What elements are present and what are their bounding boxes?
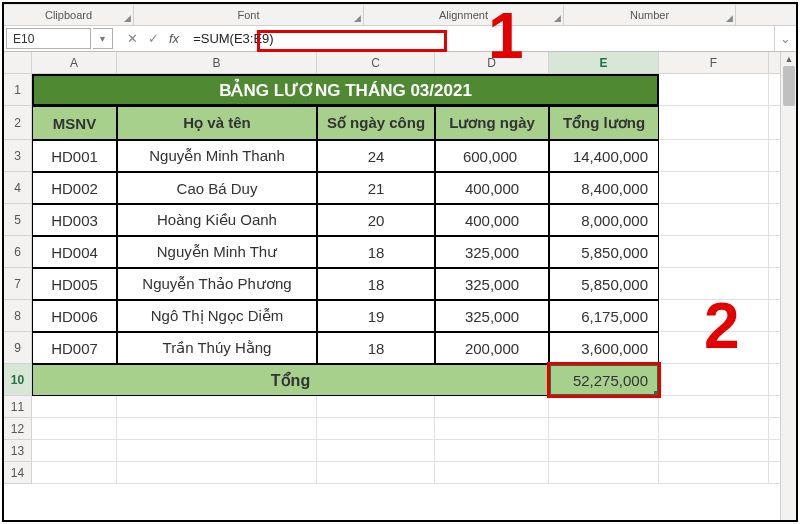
header-msnv[interactable]: MSNV <box>32 106 117 140</box>
cell-msnv[interactable]: HD006 <box>32 300 117 332</box>
cell[interactable] <box>32 418 117 440</box>
cell[interactable] <box>659 172 769 204</box>
cell-days[interactable]: 24 <box>317 140 435 172</box>
cell[interactable] <box>659 268 769 300</box>
name-box[interactable]: E10 <box>6 28 91 49</box>
cell-name[interactable]: Nguyễn Minh Thư <box>117 236 317 268</box>
cell[interactable] <box>117 462 317 484</box>
header-daily[interactable]: Lương ngày <box>435 106 549 140</box>
row-header-10[interactable]: 10 <box>4 364 32 396</box>
cell[interactable] <box>117 440 317 462</box>
cell-name[interactable]: Nguyễn Minh Thanh <box>117 140 317 172</box>
cell[interactable] <box>659 300 769 332</box>
cell-name[interactable]: Trần Thúy Hằng <box>117 332 317 364</box>
cell-total[interactable]: 6,175,000 <box>549 300 659 332</box>
row-header-8[interactable]: 8 <box>4 300 32 332</box>
cell-name[interactable]: Cao Bá Duy <box>117 172 317 204</box>
col-header-F[interactable]: F <box>659 52 769 74</box>
cell-days[interactable]: 20 <box>317 204 435 236</box>
cell-msnv[interactable]: HD005 <box>32 268 117 300</box>
cell-days[interactable]: 19 <box>317 300 435 332</box>
cell[interactable] <box>32 396 117 418</box>
insert-function-button[interactable]: fx <box>169 31 179 46</box>
dialog-launcher-icon[interactable]: ◢ <box>554 13 561 23</box>
cell-daily[interactable]: 600,000 <box>435 140 549 172</box>
row-header-9[interactable]: 9 <box>4 332 32 364</box>
cancel-formula-button[interactable]: ✕ <box>127 31 138 46</box>
cell-msnv[interactable]: HD003 <box>32 204 117 236</box>
row-header-6[interactable]: 6 <box>4 236 32 268</box>
name-box-dropdown[interactable]: ▾ <box>93 28 113 49</box>
row-header-5[interactable]: 5 <box>4 204 32 236</box>
dialog-launcher-icon[interactable]: ◢ <box>726 13 733 23</box>
dialog-launcher-icon[interactable]: ◢ <box>354 13 361 23</box>
scroll-thumb[interactable] <box>783 66 795 106</box>
header-days[interactable]: Số ngày công <box>317 106 435 140</box>
row-header-3[interactable]: 3 <box>4 140 32 172</box>
cell[interactable] <box>659 204 769 236</box>
cell[interactable] <box>117 418 317 440</box>
cell-msnv[interactable]: HD004 <box>32 236 117 268</box>
cell[interactable] <box>117 396 317 418</box>
row-header-11[interactable]: 11 <box>4 396 32 418</box>
select-all-corner[interactable] <box>4 52 32 74</box>
cell-total[interactable]: 5,850,000 <box>549 268 659 300</box>
cell[interactable] <box>659 418 769 440</box>
cell-total[interactable]: 3,600,000 <box>549 332 659 364</box>
cell-msnv[interactable]: HD007 <box>32 332 117 364</box>
cell[interactable] <box>659 106 769 140</box>
row-header-14[interactable]: 14 <box>4 462 32 484</box>
formula-input[interactable]: =SUM(E3:E9) <box>187 26 774 51</box>
total-label[interactable]: Tổng <box>32 364 549 396</box>
cell-days[interactable]: 21 <box>317 172 435 204</box>
col-header-D[interactable]: D <box>435 52 549 74</box>
cell-name[interactable]: Nguyễn Thảo Phương <box>117 268 317 300</box>
cell-total[interactable]: 8,000,000 <box>549 204 659 236</box>
cell-total[interactable]: 8,400,000 <box>549 172 659 204</box>
cell-name[interactable]: Hoàng Kiều Oanh <box>117 204 317 236</box>
cell[interactable] <box>32 462 117 484</box>
cell[interactable] <box>435 396 549 418</box>
cell[interactable] <box>659 396 769 418</box>
cell[interactable] <box>659 236 769 268</box>
cell[interactable] <box>549 462 659 484</box>
cell[interactable] <box>435 440 549 462</box>
table-title[interactable]: BẢNG LƯƠNG THÁNG 03/2021 <box>32 74 659 106</box>
cell-daily[interactable]: 400,000 <box>435 204 549 236</box>
cell[interactable] <box>435 462 549 484</box>
cell[interactable] <box>659 364 769 396</box>
cell-days[interactable]: 18 <box>317 268 435 300</box>
row-header-12[interactable]: 12 <box>4 418 32 440</box>
expand-formula-bar[interactable]: ⌄ <box>774 26 796 51</box>
header-name[interactable]: Họ và tên <box>117 106 317 140</box>
cell[interactable] <box>659 462 769 484</box>
cell-daily[interactable]: 325,000 <box>435 268 549 300</box>
cell[interactable] <box>317 396 435 418</box>
worksheet-grid[interactable]: A B C D E F 1 BẢNG LƯƠNG THÁNG 03/2021 2… <box>4 52 796 484</box>
dialog-launcher-icon[interactable]: ◢ <box>124 13 131 23</box>
row-header-7[interactable]: 7 <box>4 268 32 300</box>
cell[interactable] <box>317 462 435 484</box>
cell-msnv[interactable]: HD002 <box>32 172 117 204</box>
enter-formula-button[interactable]: ✓ <box>148 31 159 46</box>
row-header-1[interactable]: 1 <box>4 74 32 106</box>
cell-daily[interactable]: 400,000 <box>435 172 549 204</box>
cell-total[interactable]: 5,850,000 <box>549 236 659 268</box>
cell-total[interactable]: 14,400,000 <box>549 140 659 172</box>
col-header-A[interactable]: A <box>32 52 117 74</box>
row-header-4[interactable]: 4 <box>4 172 32 204</box>
cell[interactable] <box>549 418 659 440</box>
col-header-C[interactable]: C <box>317 52 435 74</box>
vertical-scrollbar[interactable]: ▲ <box>780 52 796 520</box>
header-total[interactable]: Tổng lương <box>549 106 659 140</box>
grand-total-cell[interactable]: 52,275,000 <box>549 364 659 396</box>
row-header-13[interactable]: 13 <box>4 440 32 462</box>
cell-msnv[interactable]: HD001 <box>32 140 117 172</box>
cell-daily[interactable]: 325,000 <box>435 236 549 268</box>
cell[interactable] <box>435 418 549 440</box>
cell[interactable] <box>659 140 769 172</box>
cell[interactable] <box>32 440 117 462</box>
cell[interactable] <box>549 396 659 418</box>
cell[interactable] <box>317 418 435 440</box>
cell-daily[interactable]: 325,000 <box>435 300 549 332</box>
